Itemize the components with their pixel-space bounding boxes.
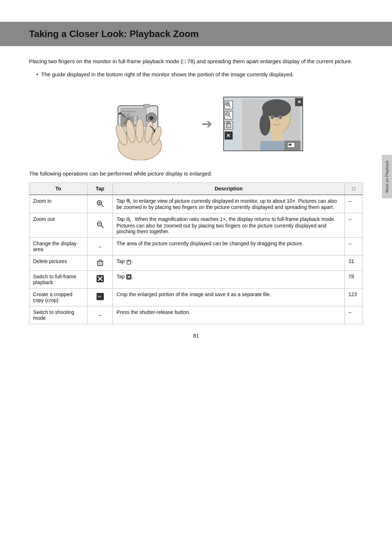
svg-point-10	[150, 116, 153, 120]
tap-cell: –	[87, 306, 113, 324]
ref-cell: 123	[345, 288, 363, 306]
intro-paragraph: Placing two fingers on the monitor in fu…	[29, 57, 363, 66]
to-cell: Switch to full-frame playback	[29, 270, 87, 288]
header-tap: Tap	[87, 183, 113, 195]
zoomed-screen: ✕ ✕	[223, 97, 303, 151]
ref-cell: –	[345, 237, 363, 255]
tap-cell: ✂	[87, 288, 113, 306]
ref-cell: –	[345, 195, 363, 213]
svg-rect-75	[127, 261, 131, 264]
table-row: Change the display area – The area of th…	[29, 237, 363, 255]
side-tab: More on Playback	[382, 155, 392, 198]
svg-text:✂: ✂	[98, 294, 102, 299]
svg-rect-77	[128, 260, 130, 261]
tap-cell	[87, 255, 113, 270]
svg-line-68	[130, 220, 131, 222]
ref-cell: 78	[345, 270, 363, 288]
to-cell: Change the display area	[29, 237, 87, 255]
desc-cell: Press the shutter-release button.	[113, 306, 345, 324]
ref-cell: –	[345, 213, 363, 237]
x-box-icon	[96, 275, 104, 283]
to-cell: Zoom out	[29, 213, 87, 237]
ref-cell: 31	[345, 255, 363, 270]
zoom-out-icon	[96, 221, 104, 229]
header-description: Description	[113, 183, 345, 195]
to-cell: Delete pictures	[29, 255, 87, 270]
svg-rect-72	[99, 260, 101, 261]
page-title: Taking a Closer Look: Playback Zoom	[29, 28, 363, 40]
bullet-paragraph: The guide displayed in the bottom right …	[36, 70, 363, 79]
svg-line-57	[101, 205, 103, 207]
page-number: 81	[0, 333, 392, 339]
illustration-row: 10/11/2010 10:1 100A JPG	[29, 88, 363, 160]
to-cell: Zoom in	[29, 195, 87, 213]
table-row: Create a cropped copy (crop) ✂ Crop the …	[29, 288, 363, 306]
to-cell: Create a cropped copy (crop)	[29, 288, 87, 306]
svg-line-61	[130, 202, 131, 204]
table-row: Delete pictures Tap . 31	[29, 255, 363, 270]
arrow-icon: ➔	[201, 116, 212, 132]
zoom-in-icon	[96, 200, 104, 207]
desc-cell: The area of the picture currently displa…	[113, 237, 345, 255]
tap-cell	[87, 213, 113, 237]
desc-cell: Crop the enlarged portion of the image a…	[113, 288, 345, 306]
svg-point-31	[279, 116, 281, 118]
svg-text:✕: ✕	[226, 133, 230, 138]
header-to: To	[29, 183, 87, 195]
svg-text:✕: ✕	[297, 99, 301, 105]
tap-cell: –	[87, 237, 113, 255]
svg-rect-11	[143, 104, 150, 107]
table-row: Zoom out Tap . When the magnification ra…	[29, 213, 363, 237]
to-cell: Switch to shooting mode	[29, 306, 87, 324]
svg-rect-70	[98, 261, 103, 266]
operations-table: To Tap Description □ Zoom in	[29, 182, 363, 324]
title-bar: Taking a Closer Look: Playback Zoom	[0, 22, 392, 46]
table-row: Switch to shooting mode – Press the shut…	[29, 306, 363, 324]
tap-cell	[87, 270, 113, 288]
trash-icon	[96, 258, 104, 266]
table-row: Switch to full-frame playback Tap . 78	[29, 270, 363, 288]
svg-point-27	[260, 114, 270, 136]
svg-rect-55	[289, 144, 291, 146]
side-tab-label: More on Playback	[385, 161, 389, 193]
header-ref: □	[345, 183, 363, 195]
ref-cell: –	[345, 306, 363, 324]
table-row: Zoom in Tap to enlarge view of picture c…	[29, 195, 363, 213]
tap-cell	[87, 195, 113, 213]
svg-line-65	[101, 226, 103, 228]
svg-point-6	[134, 116, 137, 120]
page: Taking a Closer Look: Playback Zoom Plac…	[0, 0, 392, 353]
desc-cell: Tap . When the magnification ratio reach…	[113, 213, 345, 237]
desc-cell: Tap to enlarge view of picture currently…	[113, 195, 345, 213]
crop-icon: ✂	[96, 293, 104, 301]
svg-point-30	[271, 116, 273, 118]
hand-illustration: 10/11/2010 10:1 100A JPG	[89, 88, 191, 160]
svg-text:10/11/2010 10:1: 10/11/2010 10:1	[122, 110, 136, 113]
following-text: The following operations can be performe…	[29, 170, 363, 177]
svg-point-15	[136, 118, 144, 142]
desc-cell: Tap .	[113, 255, 345, 270]
desc-cell: Tap .	[113, 270, 345, 288]
